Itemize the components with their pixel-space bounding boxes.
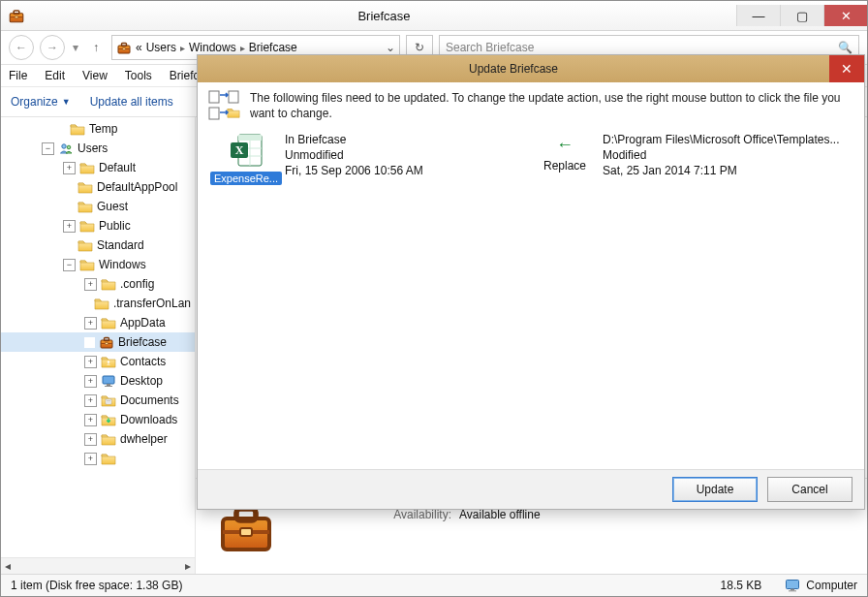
statusbar: 1 item (Disk free space: 1.38 GB) 18.5 K… xyxy=(1,574,867,596)
folder-icon xyxy=(78,237,93,253)
nav-history-dropdown[interactable]: ▾ xyxy=(71,41,80,54)
nav-forward-button[interactable]: → xyxy=(40,35,65,60)
folder-icon xyxy=(79,257,95,272)
titlebar: Briefcase — ▢ ✕ xyxy=(1,1,867,31)
breadcrumb-item[interactable]: Users▸ xyxy=(146,41,185,54)
search-placeholder: Search Briefcase xyxy=(446,41,534,54)
tree-item-label: Downloads xyxy=(120,413,177,426)
tree-item-users[interactable]: −Users xyxy=(1,139,195,158)
tree-item-dwhelper[interactable]: +dwhelper xyxy=(1,429,195,449)
tree-item-label: Guest xyxy=(97,200,128,213)
folder-tree[interactable]: Temp−Users+DefaultDefaultAppPoolGuest+Pu… xyxy=(1,117,196,574)
tree-item-desktop[interactable]: +Desktop xyxy=(1,371,195,391)
expand-icon[interactable]: + xyxy=(84,414,97,426)
folder-icon xyxy=(101,431,116,447)
tree-item-windows[interactable]: −Windows xyxy=(1,255,195,274)
minimize-button[interactable]: — xyxy=(736,5,780,26)
scroll-left-icon[interactable]: ◂ xyxy=(5,559,11,573)
close-button[interactable]: ✕ xyxy=(823,5,867,26)
update-briefcase-dialog: Update Briefcase ✕ The following files n… xyxy=(197,54,865,510)
expand-icon[interactable]: + xyxy=(84,394,97,407)
nav-up-button[interactable]: ↑ xyxy=(86,41,106,54)
users-icon xyxy=(58,141,74,156)
breadcrumb-dropdown-icon[interactable]: ⌄ xyxy=(386,41,395,54)
expand-icon[interactable]: + xyxy=(63,162,76,174)
breadcrumb-prefix: « xyxy=(136,41,142,54)
tree-item-label: Standard xyxy=(97,238,144,252)
tree-item-blank[interactable]: + xyxy=(1,449,195,468)
tree-item-temp[interactable]: Temp xyxy=(1,119,195,139)
tree-item-label: Public xyxy=(99,219,131,233)
replace-arrow-icon: ← xyxy=(556,135,574,155)
tree-item-downloads[interactable]: +Downloads xyxy=(1,410,195,429)
expand-placeholder xyxy=(84,337,95,348)
folder-icon xyxy=(78,179,93,195)
tree-item-public[interactable]: +Public xyxy=(1,216,195,236)
search-icon: 🔍 xyxy=(838,41,852,54)
expand-placeholder xyxy=(55,124,66,135)
organize-menu[interactable]: Organize▼ xyxy=(11,95,71,109)
tree-item-label: dwhelper xyxy=(120,432,168,446)
expand-icon[interactable]: + xyxy=(84,317,97,330)
expand-icon[interactable]: + xyxy=(84,356,97,368)
tree-item-label: Desktop xyxy=(120,374,163,388)
tree-item-defaultapppool[interactable]: DefaultAppPool xyxy=(1,177,195,197)
tree-item-label: .config xyxy=(120,277,154,291)
details-availability-label: Availability: xyxy=(384,508,451,521)
tree-item--config[interactable]: +.config xyxy=(1,274,195,294)
breadcrumb-item[interactable]: Windows▸ xyxy=(189,41,245,54)
menu-edit[interactable]: Edit xyxy=(45,69,65,82)
expand-placeholder xyxy=(63,240,74,251)
expand-icon[interactable]: + xyxy=(84,278,97,291)
collapse-icon[interactable]: − xyxy=(42,142,54,155)
original-copy-info: D:\Program Files\Microsoft Office\Templa… xyxy=(603,131,854,469)
update-all-button[interactable]: Update all items xyxy=(90,95,173,109)
collapse-icon[interactable]: − xyxy=(63,259,76,271)
expand-icon[interactable]: + xyxy=(84,453,97,465)
scroll-right-icon[interactable]: ▸ xyxy=(185,559,191,573)
dialog-titlebar: Update Briefcase ✕ xyxy=(198,55,864,82)
dl-icon xyxy=(101,412,116,427)
maximize-button[interactable]: ▢ xyxy=(780,5,823,26)
nav-back-button[interactable]: ← xyxy=(9,35,34,60)
tree-item-label: AppData xyxy=(120,316,166,330)
expand-placeholder xyxy=(84,298,90,309)
tree-item--transferonlan[interactable]: .transferOnLan xyxy=(1,294,195,313)
tree-item-label: Documents xyxy=(120,393,179,407)
cancel-button[interactable]: Cancel xyxy=(767,477,852,502)
tree-item-contacts[interactable]: +Contacts xyxy=(1,352,195,371)
folder-icon xyxy=(101,315,116,330)
folder-icon xyxy=(79,218,95,234)
explorer-window: Briefcase — ▢ ✕ ← → ▾ ↑ « Users▸ Windows… xyxy=(0,0,868,597)
expand-icon[interactable]: + xyxy=(84,433,97,446)
status-left: 1 item (Disk free space: 1.38 GB) xyxy=(11,579,182,592)
menu-tools[interactable]: Tools xyxy=(125,69,152,82)
update-button[interactable]: Update xyxy=(672,477,758,502)
tree-item-label: Default xyxy=(99,161,136,174)
menu-view[interactable]: View xyxy=(82,69,108,82)
breadcrumb-item[interactable]: Briefcase xyxy=(249,41,297,54)
details-availability-value: Available offline xyxy=(459,508,541,521)
window-title: Briefcase xyxy=(32,9,736,23)
file-item[interactable]: ExpenseRe... xyxy=(207,131,285,469)
expand-icon[interactable]: + xyxy=(63,220,76,233)
expand-icon[interactable]: + xyxy=(84,375,97,388)
briefcase-icon xyxy=(99,334,114,350)
file-name: ExpenseRe... xyxy=(210,172,282,185)
dialog-button-row: Update Cancel xyxy=(198,469,864,509)
tree-item-briefcase[interactable]: Briefcase xyxy=(1,332,195,352)
update-action[interactable]: ← Replace xyxy=(527,131,603,469)
computer-icon xyxy=(785,578,800,593)
tree-horizontal-scrollbar[interactable]: ◂ ▸ xyxy=(1,557,195,574)
tree-item-standard[interactable]: Standard xyxy=(1,236,195,255)
action-label: Replace xyxy=(543,159,586,173)
tree-item-default[interactable]: +Default xyxy=(1,158,195,177)
folder-icon xyxy=(101,451,116,466)
menu-file[interactable]: File xyxy=(9,69,27,82)
dialog-close-button[interactable]: ✕ xyxy=(829,55,864,82)
tree-item-guest[interactable]: Guest xyxy=(1,197,195,216)
tree-item-documents[interactable]: +Documents xyxy=(1,391,195,410)
tree-item-label: DefaultAppPool xyxy=(97,180,177,194)
tree-item-appdata[interactable]: +AppData xyxy=(1,313,195,332)
breadcrumb-root-icon xyxy=(116,40,132,55)
